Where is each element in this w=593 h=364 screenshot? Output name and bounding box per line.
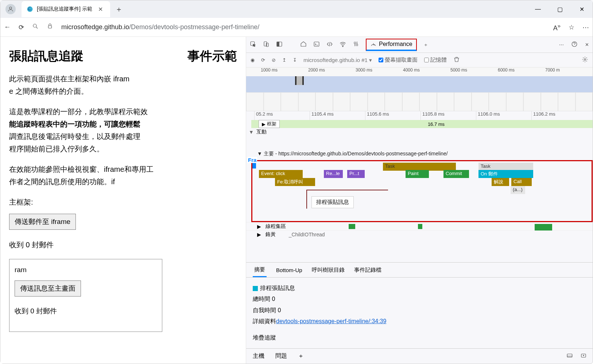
tab-call-tree[interactable]: 呼叫樹狀目錄 — [312, 267, 345, 274]
maximize-button[interactable]: ▢ — [549, 0, 571, 18]
note-bar[interactable]: 解說 — [492, 178, 509, 186]
site-lock-icon[interactable] — [47, 23, 53, 31]
iframe-text: ram — [15, 266, 157, 274]
embedded-iframe: ram 傳送訊息至主畫面 收到 0 封郵件 — [9, 259, 162, 332]
svg-point-0 — [9, 7, 12, 9]
add-panel-icon[interactable]: ＋ — [423, 42, 428, 48]
chrome-track[interactable]: ▶ 鉻黃 _ChildIOThread — [246, 230, 593, 238]
send-to-iframe-button[interactable]: 傳送郵件至 iframe — [9, 214, 76, 230]
frames-track[interactable]: ▶框架 16.7 ms — [251, 120, 593, 128]
summary-title: 排程張貼訊息 — [260, 285, 295, 291]
dock-icon[interactable] — [276, 41, 283, 49]
edge-icon — [27, 6, 33, 12]
new-tab-button[interactable]: ＋ — [110, 4, 128, 14]
interactions-track[interactable]: ▼互動 — [246, 128, 593, 136]
upload-button[interactable]: ↥ — [282, 57, 286, 63]
console-icon[interactable] — [313, 41, 320, 49]
svg-rect-8 — [277, 42, 279, 46]
drawer-tab-issues[interactable]: 問題 — [275, 352, 287, 360]
summary-panel: 排程張貼訊息 總時間 0 自我時間 0 詳細資料devtools-postmes… — [246, 278, 593, 348]
minimize-button[interactable]: — — [527, 0, 549, 18]
more-tools-icon[interactable]: ⋯ — [559, 42, 564, 47]
event-click-bar[interactable]: Event: click — [259, 170, 303, 178]
drawer-dock-icon[interactable] — [566, 352, 573, 360]
inspect-icon[interactable] — [250, 41, 256, 49]
flame-chart[interactable]: 05.2 ms1105.4 ms1105.6 ms1105.8 ms1106.0… — [246, 111, 593, 262]
overview-pane[interactable]: 1000 ms2000 ms3000 ms4000 ms5000 ms6000 … — [246, 67, 593, 111]
received-main-text: 收到 0 封郵件 — [9, 239, 237, 251]
reload-record-button[interactable]: ⟳ — [261, 57, 265, 63]
close-window-button[interactable]: ✕ — [571, 0, 593, 18]
main-thread-label[interactable]: ▼ 主要 - https://microsoftedge.github.io/D… — [246, 148, 593, 159]
close-tab-icon[interactable]: ✕ — [96, 5, 105, 13]
browser-tab[interactable]: [張貼訊息追蹤事件] 示範 ✕ — [22, 1, 110, 17]
recalc-bar[interactable]: Re...le — [324, 170, 343, 178]
screenshot-checkbox[interactable]: 螢幕擷取畫面 — [379, 57, 418, 63]
refresh-button[interactable]: ⟳ — [19, 23, 24, 31]
performance-toolbar: ◉ ⟳ ⊘ ↥ ↧ microsoftedge.github.io #1 ▾ 螢… — [246, 53, 593, 67]
svg-rect-13 — [567, 354, 572, 357]
record-button[interactable]: ◉ — [251, 57, 255, 63]
tab-bottom-up[interactable]: Bottom-Up — [276, 267, 302, 273]
svg-rect-3 — [49, 26, 52, 28]
back-button[interactable]: ← — [4, 23, 11, 31]
performance-tab-label: Performance — [379, 41, 412, 47]
profile-avatar[interactable] — [5, 4, 16, 14]
tab-summary[interactable]: 摘要 — [253, 263, 267, 277]
clear-button[interactable]: ⊘ — [272, 57, 276, 63]
url-path: /Demos/devtools-postmessage-perf-timelin… — [129, 23, 259, 31]
memory-checkbox[interactable]: 記憶體 — [424, 57, 447, 63]
browser-toolbar: ← ⟳ microsoftedge.github.io/Demos/devtoo… — [0, 18, 593, 37]
tab-event-log[interactable]: 事件記錄檔 — [354, 267, 381, 274]
paint-bar[interactable]: Paint — [406, 170, 429, 178]
prepaint-bar[interactable]: Pr...t — [347, 170, 365, 178]
send-to-main-button[interactable]: 傳送訊息至主畫面 — [15, 280, 81, 297]
on-message-bar[interactable]: On 郵件 — [478, 170, 533, 178]
overview-selection-handle[interactable] — [295, 76, 304, 85]
screenshot-thumbs — [246, 92, 593, 111]
memory-icon[interactable] — [353, 41, 359, 49]
function-call-bar[interactable]: Fe:取消呼叫 — [275, 178, 315, 186]
download-button[interactable]: ↧ — [293, 57, 297, 63]
total-time: 總時間 0 — [253, 294, 586, 305]
read-aloud-icon[interactable]: A» — [553, 23, 561, 32]
commit-bar[interactable]: Commit — [443, 170, 469, 178]
devtools-panel: Performance ＋ ⋯ ✕ ◉ ⟳ ⊘ ↥ ↧ microsoftedg… — [246, 37, 593, 364]
self-time: 自我時間 0 — [253, 305, 586, 316]
welcome-icon[interactable] — [300, 41, 307, 49]
sources-icon[interactable] — [326, 41, 333, 49]
color-swatch-icon — [253, 286, 258, 291]
performance-tab[interactable]: Performance — [366, 39, 417, 51]
page-para-3: 在效能功能參照中檢視視窗、iframe和專用工作者之間的訊息所使用的功能。if — [9, 163, 237, 188]
drawer-expand-icon[interactable] — [580, 352, 587, 360]
more-menu-icon[interactable]: ⋯ — [582, 23, 589, 31]
task-bar-2[interactable]: Task — [478, 163, 533, 171]
anon-bar[interactable]: (a...) — [511, 186, 525, 194]
highlighted-flame-region: Fra Task Task Event: click Re...le Pr...… — [251, 160, 593, 222]
source-link[interactable]: devtools-postmessage-perf-timeline/:34:3… — [276, 318, 386, 324]
window-controls: — ▢ ✕ — [527, 0, 593, 18]
svg-point-12 — [584, 59, 586, 61]
drawer-add-icon[interactable]: ＋ — [298, 352, 304, 360]
drawer-tab-console[interactable]: 主機 — [253, 352, 264, 360]
search-button[interactable] — [32, 23, 39, 31]
settings-gear-icon[interactable] — [582, 56, 588, 64]
thread-pool-track[interactable]: ▶ 線程集區 — [246, 222, 593, 230]
close-devtools-icon[interactable]: ✕ — [585, 42, 589, 47]
network-icon[interactable] — [340, 41, 346, 49]
titlebar: [張貼訊息追蹤事件] 示範 ✕ ＋ — ▢ ✕ — [0, 0, 593, 18]
call-bar[interactable]: Call — [511, 178, 532, 186]
performance-icon — [370, 41, 377, 47]
address-bar[interactable]: microsoftedge.github.io/Demos/devtools-p… — [61, 23, 541, 31]
main-frame-label: 主框架: — [9, 197, 237, 207]
help-icon[interactable] — [571, 41, 578, 49]
recording-selector[interactable]: microsoftedge.github.io #1 ▾ — [303, 57, 372, 63]
frame-duration: 16.7 ms — [428, 121, 445, 127]
favorite-icon[interactable]: ☆ — [569, 23, 574, 31]
device-icon[interactable] — [263, 41, 270, 49]
gc-button[interactable] — [453, 56, 460, 64]
content-area: 張貼訊息追蹤事件示範 此示範頁面提供在主框架和內嵌 iframe 之間傳送郵件的… — [0, 37, 593, 364]
task-bar[interactable]: Task — [383, 163, 456, 171]
svg-rect-9 — [314, 42, 319, 46]
tab-title: [張貼訊息追蹤事件] 示範 — [37, 6, 92, 12]
